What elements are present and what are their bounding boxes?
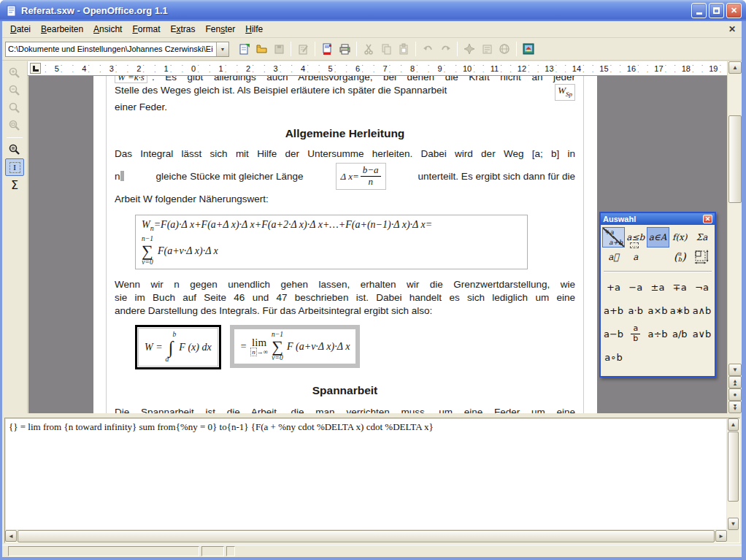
category-operators[interactable]: Σa bbox=[691, 228, 712, 247]
next-page-button[interactable]: ▼▼ bbox=[728, 401, 742, 413]
menu-datei[interactable]: Datei bbox=[5, 22, 36, 37]
scroll-up-button[interactable]: ▲ bbox=[728, 61, 742, 74]
symbol-plusminus-a[interactable]: ±a bbox=[647, 275, 669, 299]
status-field-main bbox=[8, 546, 199, 556]
paragraph-line: sie im Buch auf Seite 46 und 47 beschrie… bbox=[115, 291, 575, 304]
zoom-100-button[interactable] bbox=[5, 99, 24, 117]
export-pdf-button[interactable] bbox=[318, 40, 336, 58]
auswahl-body: +a a+b a≤b a∈A f(x) Σa a⃗ a … (ab) bbox=[601, 225, 715, 372]
scroll-right-button[interactable]: ► bbox=[715, 530, 727, 542]
previous-page-button[interactable]: ▲▲ bbox=[728, 376, 742, 388]
symbol-a-or-b[interactable]: a∨b bbox=[691, 322, 712, 345]
scroll-left-button[interactable]: ◄ bbox=[5, 530, 17, 542]
category-set-operations[interactable]: a∈A bbox=[647, 228, 669, 247]
symbol-a-mult-b[interactable]: a∗b bbox=[669, 299, 691, 322]
ruler-mark: 13 bbox=[536, 61, 563, 75]
category-unary-binary-operators[interactable]: +a a+b bbox=[603, 228, 624, 247]
symbols-catalog-button[interactable]: Σ bbox=[5, 176, 24, 193]
url-input[interactable] bbox=[6, 45, 216, 53]
save-button[interactable] bbox=[270, 40, 288, 58]
cut-button[interactable] bbox=[360, 40, 377, 58]
symbol-minusplus-a[interactable]: ∓a bbox=[669, 275, 691, 299]
symbol-a-circ-b[interactable]: a∘b bbox=[603, 345, 624, 369]
update-view-button[interactable] bbox=[5, 141, 24, 158]
navigation-button[interactable]: ● bbox=[728, 388, 742, 401]
text-body: W =k·s . Es gibt allerdings auch Arbeits… bbox=[106, 76, 584, 413]
save-icon bbox=[273, 43, 285, 55]
category-misc[interactable]: a … bbox=[625, 248, 646, 266]
symbol-a-cdot-b[interactable]: a·b bbox=[625, 299, 646, 322]
symbol-a-and-b[interactable]: a∧b bbox=[691, 299, 712, 322]
symbol-a-minus-b[interactable]: a−b bbox=[603, 322, 624, 345]
maximize-button[interactable] bbox=[709, 3, 724, 18]
separator bbox=[604, 271, 712, 272]
symbol-a-times-b[interactable]: a×b bbox=[647, 299, 669, 322]
paste-button[interactable] bbox=[395, 40, 412, 58]
symbol-a-slash-b[interactable]: a/b bbox=[669, 322, 691, 345]
undo-button[interactable] bbox=[419, 40, 437, 58]
auswahl-title: Auswahl bbox=[603, 215, 636, 223]
zoom-out-button[interactable] bbox=[5, 82, 24, 99]
zoom-out-icon bbox=[8, 84, 21, 97]
formula-command-input[interactable]: {} = lim from {n toward infinity} sum fr… bbox=[6, 419, 726, 529]
titlebar[interactable]: Referat.sxw - OpenOffice.org 1.1 ✕ bbox=[0, 0, 746, 21]
tab-stop-selector[interactable] bbox=[30, 63, 41, 74]
minimize-button[interactable] bbox=[691, 3, 707, 18]
auswahl-titlebar[interactable]: Auswahl ✕ bbox=[601, 213, 715, 225]
formula-object-wsp[interactable]: WSp bbox=[555, 84, 575, 101]
menu-extras[interactable]: Extras bbox=[166, 22, 201, 37]
formula-object-delta-x[interactable]: Δ x= b−an bbox=[336, 163, 386, 190]
category-formats[interactable] bbox=[691, 248, 712, 266]
scroll-down-button[interactable]: ▼ bbox=[728, 364, 742, 376]
zoom-all-button[interactable] bbox=[5, 117, 24, 134]
paragraph-line: n gleiche Stücke mit gleicher Länge Δ x=… bbox=[115, 161, 575, 193]
formula-object-limit-active[interactable]: = limn→∞ n−1∑ν=0 F (a+ν·Δ x)·Δ x bbox=[230, 325, 361, 368]
scrollbar-thumb[interactable] bbox=[728, 431, 739, 502]
symbol-a-over-b[interactable]: ab bbox=[625, 322, 646, 345]
navigator-icon bbox=[464, 43, 476, 55]
document-vertical-scrollbar[interactable]: ▲ ▼ ▲▲ ● ▼▼ bbox=[727, 61, 742, 413]
close-document-icon[interactable]: ✕ bbox=[728, 24, 736, 34]
ruler-mark: 1 bbox=[153, 61, 180, 75]
command-vertical-scrollbar[interactable]: ▲ ▼ bbox=[727, 418, 739, 530]
menu-ansicht[interactable]: Ansicht bbox=[88, 22, 127, 37]
symbol-neg-a[interactable]: ¬a bbox=[691, 275, 712, 299]
new-document-button[interactable] bbox=[235, 40, 253, 58]
menu-fenster[interactable]: Fenster bbox=[201, 22, 241, 37]
hyperlink-dialog-button[interactable] bbox=[496, 40, 513, 58]
symbol-minus-a[interactable]: −a bbox=[625, 275, 646, 299]
zoom-in-button[interactable] bbox=[5, 64, 24, 82]
gallery-button[interactable] bbox=[520, 40, 537, 58]
edit-file-button[interactable] bbox=[294, 40, 312, 58]
auswahl-close-button[interactable]: ✕ bbox=[703, 215, 712, 223]
url-dropdown-button[interactable]: ▼ bbox=[216, 42, 228, 56]
command-horizontal-scrollbar[interactable]: ◄ ► bbox=[5, 530, 727, 542]
navigator-button[interactable] bbox=[461, 40, 478, 58]
symbol-a-plus-b[interactable]: a+b bbox=[603, 299, 624, 322]
category-attributes[interactable]: a⃗ bbox=[603, 248, 624, 266]
scroll-up-button[interactable]: ▲ bbox=[728, 418, 739, 431]
stylist-button[interactable] bbox=[478, 40, 496, 58]
scrollbar-thumb[interactable] bbox=[728, 115, 742, 203]
category-functions[interactable]: f(x) bbox=[669, 228, 691, 247]
close-button[interactable]: ✕ bbox=[726, 3, 742, 18]
page[interactable]: W =k·s . Es gibt allerdings auch Arbeits… bbox=[93, 76, 597, 413]
menu-hilfe[interactable]: Hilfe bbox=[240, 22, 268, 37]
formula-object-integral-selected[interactable]: W = b∫a F (x) dx bbox=[135, 325, 221, 369]
symbol-a-div-b[interactable]: a÷b bbox=[647, 322, 669, 345]
formula-object-sum[interactable]: Wn=F(a)·Δ x+F(a+Δ x)·Δ x+F(a+2·Δ x)·Δ x+… bbox=[135, 215, 528, 270]
status-field-2 bbox=[201, 546, 224, 556]
scroll-down-button[interactable]: ▼ bbox=[728, 518, 739, 530]
formula-cursor-button[interactable]: I bbox=[5, 158, 24, 176]
symbol-plus-a[interactable]: +a bbox=[603, 275, 624, 299]
redo-button[interactable] bbox=[437, 40, 454, 58]
horizontal-ruler[interactable]: 54321012345678910111213141516171819 bbox=[28, 61, 727, 76]
print-button[interactable] bbox=[336, 40, 353, 58]
menu-bearbeiten[interactable]: Bearbeiten bbox=[36, 22, 88, 37]
category-brackets[interactable]: (ab) bbox=[669, 248, 691, 266]
menu-format[interactable]: Format bbox=[127, 22, 165, 37]
scrollbar-thumb[interactable] bbox=[18, 530, 715, 542]
formula-object-wks[interactable]: W =k·s bbox=[115, 76, 147, 83]
copy-button[interactable] bbox=[377, 40, 395, 58]
open-button[interactable] bbox=[253, 40, 270, 58]
